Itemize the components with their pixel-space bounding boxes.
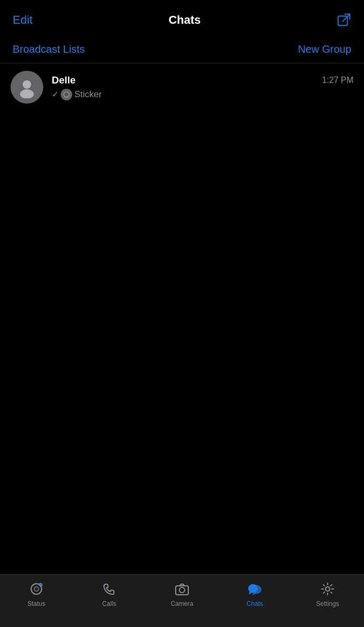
tab-chats-label: Chats [246,600,263,607]
svg-point-6 [34,587,39,591]
chat-bottom-row: ✓ Sticker [52,89,353,100]
tab-camera-label: Camera [171,600,194,607]
message-tick-icon: ✓ [52,89,59,99]
tab-chats[interactable]: Chats [218,581,291,607]
chat-preview: Sticker [74,89,102,100]
sub-header: Broadcast Lists New Group [0,36,364,63]
svg-point-12 [325,587,330,591]
svg-point-2 [23,80,31,89]
chats-icon [247,581,263,597]
svg-point-11 [252,585,262,594]
chat-list: Delle 1:27 PM ✓ Sticker [0,63,364,111]
avatar-delle [11,71,43,104]
chat-time: 1:27 PM [322,76,353,85]
status-icon [28,581,44,597]
new-group-button[interactable]: New Group [298,43,351,55]
tab-calls[interactable]: Calls [73,581,146,607]
calls-icon [101,581,117,597]
edit-button[interactable]: Edit [13,13,33,27]
svg-point-9 [179,587,185,593]
chat-top-row: Delle 1:27 PM [52,74,353,86]
page-title: Chats [168,13,200,27]
chat-name: Delle [52,74,75,86]
tab-bar: Status Calls Camera [0,574,364,627]
settings-icon [320,581,336,597]
broadcast-lists-button[interactable]: Broadcast Lists [13,43,85,55]
chat-item-delle[interactable]: Delle 1:27 PM ✓ Sticker [0,63,364,111]
tab-calls-label: Calls [102,600,117,607]
chat-content-delle: Delle 1:27 PM ✓ Sticker [52,74,353,100]
sticker-icon [61,89,72,100]
tab-status[interactable]: Status [0,581,73,607]
svg-point-7 [39,583,42,586]
tab-settings[interactable]: Settings [291,581,364,607]
tab-status-label: Status [27,600,45,607]
tab-camera[interactable]: Camera [146,581,218,607]
header: Edit Chats [0,0,364,36]
svg-point-3 [20,89,34,98]
tab-settings-label: Settings [316,600,339,607]
compose-button[interactable] [337,13,351,27]
svg-line-1 [342,14,350,22]
camera-icon [174,581,190,597]
